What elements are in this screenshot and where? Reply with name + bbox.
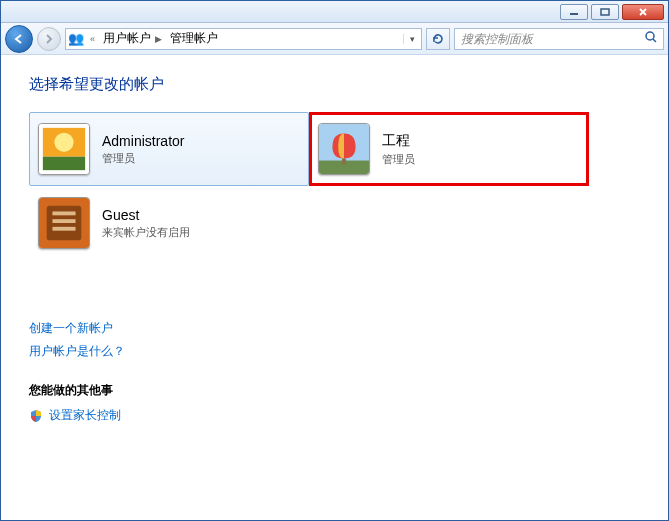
content-area: 选择希望更改的帐户 Administrator 管理员 工程 管理员 <box>1 55 668 520</box>
navbar: 👥 « 用户帐户▶ 管理帐户 ▾ <box>1 23 668 55</box>
account-name: 工程 <box>382 132 415 150</box>
svg-rect-17 <box>52 227 75 231</box>
account-engineering[interactable]: 工程 管理员 <box>309 112 589 186</box>
search-box[interactable] <box>454 28 664 50</box>
svg-rect-16 <box>52 219 75 223</box>
refresh-button[interactable] <box>426 28 450 50</box>
avatar <box>318 123 370 175</box>
svg-rect-1 <box>601 9 609 15</box>
create-account-link[interactable]: 创建一个新帐户 <box>29 320 640 337</box>
titlebar <box>1 1 668 23</box>
breadcrumb-label: 用户帐户 <box>103 30 151 47</box>
svg-point-4 <box>646 32 654 40</box>
account-name: Administrator <box>102 133 184 149</box>
svg-point-8 <box>54 133 73 152</box>
back-button[interactable] <box>5 25 33 53</box>
svg-rect-12 <box>342 159 346 165</box>
other-section-title: 您能做的其他事 <box>29 382 640 399</box>
svg-rect-9 <box>43 157 85 170</box>
page-title: 选择希望更改的帐户 <box>29 75 640 94</box>
links-section: 创建一个新帐户 用户帐户是什么？ <box>29 320 640 360</box>
breadcrumb-seg-2[interactable]: 管理帐户 <box>166 30 222 47</box>
account-role: 来宾帐户没有启用 <box>102 225 190 240</box>
control-panel-window: 👥 « 用户帐户▶ 管理帐户 ▾ 选择希望更改的帐户 Administrator… <box>0 0 669 521</box>
account-role: 管理员 <box>102 151 184 166</box>
whatis-account-link[interactable]: 用户帐户是什么？ <box>29 343 640 360</box>
svg-rect-0 <box>570 13 578 15</box>
parental-control-link[interactable]: 设置家长控制 <box>29 407 640 424</box>
search-icon[interactable] <box>639 30 663 47</box>
minimize-button[interactable] <box>560 4 588 20</box>
chevron-right-icon: ▶ <box>155 34 162 44</box>
breadcrumb-dropdown[interactable]: « <box>86 34 99 44</box>
breadcrumb-seg-1[interactable]: 用户帐户▶ <box>99 30 166 47</box>
shield-icon <box>29 409 43 423</box>
users-icon: 👥 <box>66 31 86 46</box>
account-role: 管理员 <box>382 152 415 167</box>
maximize-button[interactable] <box>591 4 619 20</box>
search-input[interactable] <box>455 32 639 46</box>
svg-line-5 <box>653 39 656 42</box>
avatar <box>38 123 90 175</box>
avatar <box>38 197 90 249</box>
svg-rect-15 <box>52 211 75 215</box>
address-dropdown[interactable]: ▾ <box>403 34 421 44</box>
close-button[interactable] <box>622 4 664 20</box>
parental-control-label: 设置家长控制 <box>49 407 121 424</box>
account-name: Guest <box>102 207 190 223</box>
breadcrumb-label: 管理帐户 <box>170 30 218 47</box>
accounts-grid: Administrator 管理员 工程 管理员 Guest <box>29 112 640 260</box>
account-administrator[interactable]: Administrator 管理员 <box>29 112 309 186</box>
account-guest[interactable]: Guest 来宾帐户没有启用 <box>29 186 309 260</box>
address-bar[interactable]: 👥 « 用户帐户▶ 管理帐户 ▾ <box>65 28 422 50</box>
forward-button[interactable] <box>37 27 61 51</box>
